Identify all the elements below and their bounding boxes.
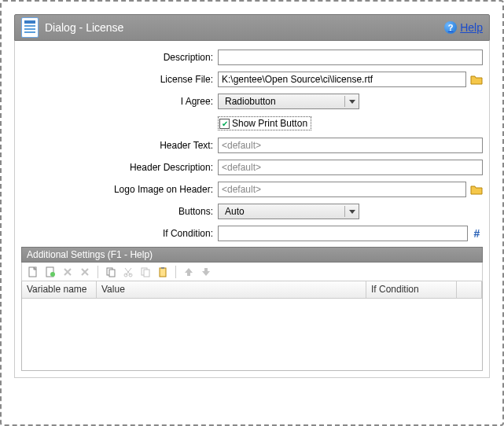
scissors-icon [123,266,134,277]
ifcond-label: If Condition: [21,228,218,239]
iagree-label: I Agree: [21,96,218,107]
form-area: Description: License File: I Agree: Radi… [14,41,490,378]
x-icon [79,266,90,277]
delete-all-button[interactable] [79,266,91,278]
panel-header: Dialog - License ? Help [14,14,490,41]
license-file-input[interactable] [218,72,466,87]
new-item-button[interactable] [27,266,39,278]
chevron-down-icon [344,206,359,217]
buttons-label: Buttons: [21,206,218,217]
x-icon [62,266,73,277]
grid-col-variable[interactable]: Variable name [22,281,97,298]
header-text-label: Header Text: [21,140,218,151]
show-print-checkbox[interactable]: ✔ Show Print Button [218,116,311,130]
chevron-down-icon [344,96,359,107]
grid-body[interactable] [22,299,482,370]
folder-icon [470,184,483,195]
additional-toolbar [21,263,483,281]
grid-col-extra[interactable] [457,281,482,298]
section-title: Additional Settings (F1 - Help) [27,249,153,260]
copy2-button[interactable] [139,266,152,278]
show-print-label: Show Print Button [232,118,307,129]
new-child-icon [45,266,56,277]
move-up-button[interactable] [182,266,195,278]
ifcond-hash-button[interactable]: # [471,227,483,240]
license-file-label: License File: [21,74,218,85]
svg-rect-9 [160,268,166,277]
delete-button[interactable] [61,266,74,278]
buttons-select[interactable]: Auto [218,204,359,219]
copy-icon [105,266,116,277]
additional-settings-grid[interactable]: Variable name Value If Condition [21,281,483,371]
description-label: Description: [21,52,218,63]
document-icon [21,17,39,38]
svg-rect-4 [109,270,115,277]
toolbar-separator [97,266,98,278]
paste-button[interactable] [156,266,169,278]
folder-icon [470,74,483,85]
svg-point-2 [50,272,55,277]
duplicate-icon [140,266,151,277]
browse-license-button[interactable] [469,73,483,86]
header-desc-label: Header Description: [21,162,218,173]
grid-header: Variable name Value If Condition [22,281,482,299]
description-input[interactable] [218,50,483,65]
copy-button[interactable] [105,266,117,278]
iagree-value: Radiobutton [222,96,276,107]
toolbar-separator [175,266,176,278]
clipboard-icon [157,266,168,277]
move-down-button[interactable] [200,266,212,278]
arrow-up-icon [183,266,194,277]
help-icon: ? [444,21,457,34]
header-text-input[interactable] [218,138,483,153]
grid-col-ifcond[interactable]: If Condition [366,281,457,298]
new-child-button[interactable] [44,266,57,278]
panel-title: Dialog - License [45,21,444,34]
logo-input[interactable] [218,182,466,197]
help-link[interactable]: ? Help [444,21,483,34]
cut-button[interactable] [122,266,134,278]
buttons-value: Auto [222,206,245,217]
ifcond-input[interactable] [218,226,468,241]
browse-logo-button[interactable] [469,183,483,196]
iagree-select[interactable]: Radiobutton [218,94,359,109]
svg-rect-8 [144,270,149,277]
new-file-icon [28,266,39,277]
help-label: Help [460,21,483,34]
grid-col-value[interactable]: Value [97,281,366,298]
logo-label: Logo Image on Header: [21,184,218,195]
section-header: Additional Settings (F1 - Help) [21,247,483,263]
checkmark-icon: ✔ [219,119,230,129]
svg-rect-10 [161,267,164,269]
header-desc-input[interactable] [218,160,483,175]
arrow-down-icon [200,266,212,277]
